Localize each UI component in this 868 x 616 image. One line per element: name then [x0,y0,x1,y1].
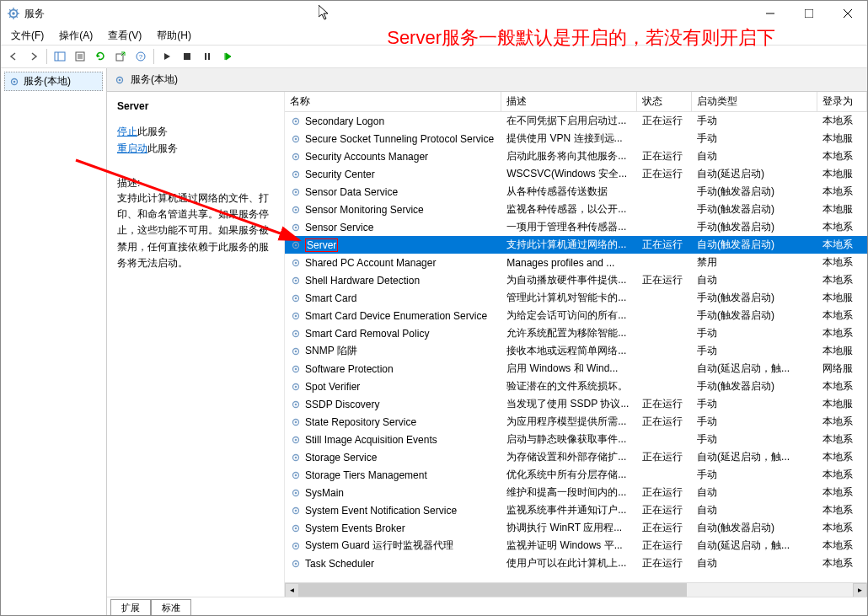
stop-service-button[interactable] [178,47,196,66]
tab-standard[interactable]: 标准 [151,599,191,615]
maximize-button[interactable] [790,1,828,26]
service-startup: 自动 [692,485,817,500]
service-desc: 启用 Windows 和 Wind... [501,362,636,376]
properties-button[interactable] [71,47,89,66]
service-logon: 本地服 [817,344,867,358]
tree-root-label: 服务(本地) [24,74,71,88]
service-row[interactable]: Smart Card Device Enumeration Service为给定… [285,307,867,324]
service-row[interactable]: Sensor Data Service从各种传感器传送数据手动(触发器启动)本地… [285,183,867,201]
service-row[interactable]: Storage Tiers Management优化系统中所有分层存储...手动… [285,466,867,484]
svg-point-32 [119,78,121,81]
service-name: Software Protection [305,363,394,375]
svg-point-44 [295,208,297,211]
service-desc: Manages profiles and ... [501,257,636,269]
service-row[interactable]: Shared PC Account ManagerManages profile… [285,254,867,271]
svg-point-52 [295,279,297,281]
service-name: Still Image Acquisition Events [305,434,437,446]
service-row[interactable]: Still Image Acquisition Events启动与静态映像获取事… [285,431,867,448]
close-button[interactable] [828,1,867,26]
tab-extended[interactable]: 扩展 [110,599,151,615]
horizontal-scrollbar[interactable]: ◄ ► [285,582,867,597]
service-name: Task Scheduler [305,558,374,570]
svg-point-3 [12,12,15,15]
refresh-button[interactable] [91,47,110,66]
gear-icon [290,469,302,481]
menu-file[interactable]: 文件(F) [4,27,51,45]
svg-line-8 [9,9,11,11]
service-row[interactable]: Sensor Monitoring Service监视各种传感器，以公开...手… [285,201,867,218]
service-row[interactable]: Security CenterWSCSVC(Windows 安全...正在运行自… [285,165,867,183]
col-logon[interactable]: 登录为 [817,92,867,111]
service-startup: 自动(延迟启动，触... [692,362,817,376]
svg-rect-13 [805,9,813,18]
service-row[interactable]: Security Accounts Manager启动此服务将向其他服务...正… [285,147,867,165]
svg-point-56 [295,314,297,317]
menu-action[interactable]: 操作(A) [52,27,99,45]
service-row[interactable]: System Guard 运行时监视器代理监视并证明 Windows 平...正… [285,537,867,554]
minimize-button[interactable] [751,1,790,26]
gear-icon [290,345,302,357]
service-row[interactable]: Server支持此计算机通过网络的...正在运行自动(触发器启动)本地系 [285,236,867,254]
service-row[interactable]: Task Scheduler使用户可以在此计算机上...正在运行自动本地系 [285,554,867,572]
svg-line-11 [16,9,18,11]
list-header: 名称 描述 状态 启动类型 登录为 [285,92,867,112]
col-startup[interactable]: 启动类型 [692,92,817,111]
pause-service-button[interactable] [198,47,217,66]
svg-point-62 [295,367,297,370]
help-button[interactable]: ? [131,47,150,66]
service-row[interactable]: Storage Service为存储设置和外部存储扩...正在运行自动(延迟启动… [285,448,867,466]
restart-suffix: 此服务 [147,142,178,154]
service-row[interactable]: System Events Broker协调执行 WinRT 应用程...正在运… [285,519,867,537]
service-desc: 启动此服务将向其他服务... [501,149,636,163]
service-row[interactable]: SSDP Discovery当发现了使用 SSDP 协议...正在运行手动本地服 [285,395,867,413]
svg-text:?: ? [139,53,143,61]
scroll-thumb[interactable] [299,583,687,597]
export-button[interactable] [111,47,130,66]
service-row[interactable]: State Repository Service为应用程序模型提供所需...正在… [285,413,867,431]
service-row[interactable]: Spot Verifier验证潜在的文件系统损坏。手动(触发器启动)本地系 [285,378,867,395]
forward-button[interactable] [24,47,43,66]
service-name: Smart Card Removal Policy [305,328,429,340]
restart-service-button[interactable] [218,47,237,66]
service-logon: 本地系 [817,379,867,394]
service-row[interactable]: SNMP 陷阱接收本地或远程简单网络...手动本地服 [285,342,867,360]
annotation-text: Server服务一般默认是开启的，若没有则开启下 [387,25,775,51]
restart-service-link[interactable]: 重启动 [117,142,147,154]
service-status: 正在运行 [637,415,692,429]
scroll-right-button[interactable]: ► [853,583,867,597]
service-desc: 接收本地或远程简单网络... [501,344,636,358]
svg-point-60 [295,350,297,352]
service-row[interactable]: Shell Hardware Detection为自动播放硬件事件提供...正在… [285,271,867,289]
service-status: 正在运行 [637,397,692,411]
back-button[interactable] [4,47,23,66]
service-logon: 本地系 [817,503,867,517]
svg-point-74 [295,474,297,476]
service-desc: 为给定会话可访问的所有... [501,308,636,323]
service-row[interactable]: Secondary Logon在不同凭据下启用启动过...正在运行手动本地系 [285,112,867,130]
service-row[interactable]: Smart Card管理此计算机对智能卡的...手动(触发器启动)本地服 [285,289,867,307]
service-row[interactable]: SysMain维护和提高一段时间内的...正在运行自动本地系 [285,484,867,501]
col-desc[interactable]: 描述 [501,92,636,111]
svg-point-68 [295,420,297,423]
service-startup: 自动(延迟启动，触... [692,450,817,464]
service-row[interactable]: Software Protection启用 Windows 和 Wind...自… [285,360,867,378]
service-startup: 自动 [692,556,817,570]
menu-help[interactable]: 帮助(H) [150,27,198,45]
start-service-button[interactable] [158,47,176,66]
service-list[interactable]: Secondary Logon在不同凭据下启用启动过...正在运行手动本地系Se… [285,112,867,582]
service-row[interactable]: Smart Card Removal Policy允许系统配置为移除智能...手… [285,324,867,342]
service-row[interactable]: Secure Socket Tunneling Protocol Service… [285,130,867,147]
gear-icon [290,204,302,216]
service-desc: 维护和提高一段时间内的... [501,485,636,500]
col-name[interactable]: 名称 [285,92,501,111]
stop-service-link[interactable]: 停止 [117,126,137,137]
service-row[interactable]: System Event Notification Service监视系统事件并… [285,501,867,519]
show-hide-tree-button[interactable] [51,47,69,66]
service-row[interactable]: Sensor Service一项用于管理各种传感器...手动(触发器启动)本地系 [285,218,867,236]
service-startup: 自动 [692,503,817,517]
scroll-left-button[interactable]: ◄ [285,583,299,597]
tree-root-services[interactable]: 服务(本地) [4,72,103,91]
col-status[interactable]: 状态 [637,92,692,111]
service-startup: 手动 [692,326,817,340]
menu-view[interactable]: 查看(V) [101,27,148,45]
